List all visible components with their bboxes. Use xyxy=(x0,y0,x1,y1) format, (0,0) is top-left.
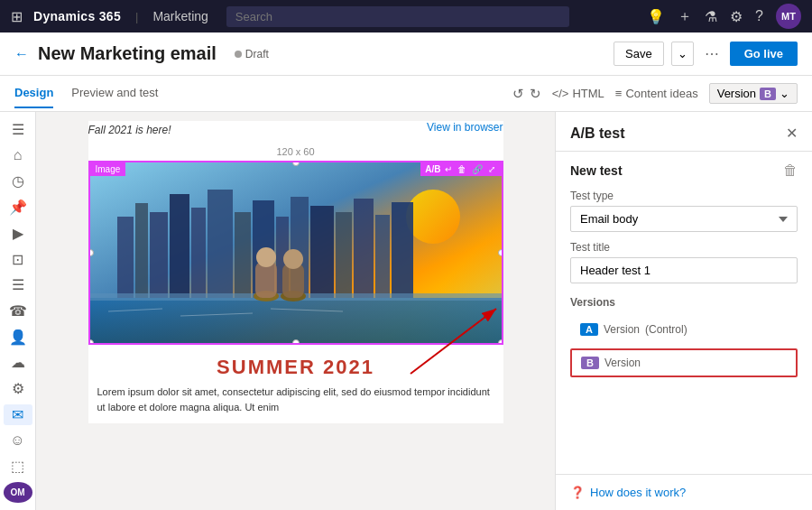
version-selector[interactable]: Version B ⌄ xyxy=(709,83,798,104)
status-dot xyxy=(235,51,242,58)
ab-text: A/B xyxy=(425,164,440,174)
save-label: Save xyxy=(625,47,652,60)
svg-rect-8 xyxy=(235,212,251,298)
resize-handle-bm[interactable] xyxy=(292,339,300,343)
lorem-text: Lorem ipsum dolor sit amet, consectetur … xyxy=(88,385,503,423)
how-does-it-work-link[interactable]: ❓ How does it work? xyxy=(570,486,798,499)
svg-rect-6 xyxy=(191,208,206,298)
image-size-label: 120 x 60 xyxy=(88,146,503,157)
svg-rect-12 xyxy=(310,206,334,298)
panel-close-button[interactable]: ✕ xyxy=(786,125,798,142)
ab-test-panel: A/B test ✕ New test 🗑 Test type Email bo… xyxy=(555,112,812,510)
sidebar-icon-home[interactable]: ⌂ xyxy=(4,145,32,166)
sidebar-icon-pin[interactable]: 📌 xyxy=(4,197,32,218)
svg-rect-16 xyxy=(392,202,413,298)
resize-handle-br[interactable] xyxy=(498,339,502,343)
summer-title: SUMMER 2021 xyxy=(88,356,503,379)
svg-rect-17 xyxy=(90,298,502,343)
email-canvas: Fall 2021 is here! View in browser 120 x… xyxy=(88,121,503,423)
versions-label: Versions xyxy=(570,296,798,309)
version-label: Version xyxy=(717,87,756,100)
sidebar-icon-play[interactable]: ▶ xyxy=(4,223,32,244)
svg-rect-13 xyxy=(336,212,352,298)
canvas-area: Fall 2021 is here! View in browser 120 x… xyxy=(36,112,555,510)
html-icon: </> xyxy=(552,87,569,100)
sidebar-icon-grid[interactable]: ⊡ xyxy=(4,249,32,270)
undo-icon[interactable]: ↺ xyxy=(512,86,524,102)
ab-enter-icon[interactable]: ↵ xyxy=(443,164,454,174)
module-name: Marketing xyxy=(152,9,208,23)
html-button[interactable]: </> HTML xyxy=(552,87,604,100)
svg-rect-2 xyxy=(117,217,134,298)
sidebar-icon-menu[interactable]: ☰ xyxy=(4,119,32,140)
lightbulb-icon[interactable]: 💡 xyxy=(647,8,665,25)
content-ideas-button[interactable]: ≡ Content ideas xyxy=(615,87,698,100)
question-icon: ❓ xyxy=(570,486,585,499)
svg-rect-3 xyxy=(135,203,148,298)
left-sidebar: ☰ ⌂ ◷ 📌 ▶ ⊡ ☰ ☎ 👤 ☁ ⚙ ✉ ☺ ⬚ OM xyxy=(0,112,36,510)
brand-name: Dynamics 365 xyxy=(33,9,121,23)
version-b-badge: B xyxy=(760,88,776,100)
svg-rect-4 xyxy=(150,212,168,298)
how-label: How does it work? xyxy=(590,486,686,499)
email-image xyxy=(90,162,502,343)
sidebar-icon-phone[interactable]: ☎ xyxy=(4,301,32,321)
resize-handle-bl[interactable] xyxy=(90,339,94,343)
image-label: Image xyxy=(90,162,126,176)
main-area: ☰ ⌂ ◷ 📌 ▶ ⊡ ☰ ☎ 👤 ☁ ⚙ ✉ ☺ ⬚ OM Fall 2021… xyxy=(0,112,812,510)
svg-point-1 xyxy=(406,190,460,244)
more-options-button[interactable]: ⋯ xyxy=(701,42,723,66)
section-label: New test xyxy=(570,163,623,178)
plus-icon[interactable]: ＋ xyxy=(678,7,692,26)
golive-button[interactable]: Go live xyxy=(730,42,798,66)
grid-icon[interactable]: ⊞ xyxy=(11,8,23,25)
test-title-field: Test title xyxy=(570,241,798,283)
view-in-browser-link[interactable]: View in browser xyxy=(427,121,503,134)
svg-rect-7 xyxy=(208,190,233,298)
sidebar-icon-settings[interactable]: ⚙ xyxy=(4,378,32,399)
save-button[interactable]: Save xyxy=(614,42,664,66)
sidebar-icon-cloud[interactable]: ☁ xyxy=(4,353,32,374)
ab-link-icon[interactable]: 🔗 xyxy=(470,164,484,174)
help-icon[interactable]: ? xyxy=(755,8,763,24)
sidebar-icon-square[interactable]: ⬚ xyxy=(4,457,32,478)
tab-preview[interactable]: Preview and test xyxy=(71,79,158,108)
image-block[interactable]: Image A/B ↵ 🗑 🔗 ⤢ xyxy=(88,161,503,345)
sidebar-icon-list[interactable]: ☰ xyxy=(4,274,32,295)
version-b-tag: B xyxy=(581,357,599,369)
panel-body: New test 🗑 Test type Email body Subject … xyxy=(556,152,812,474)
delete-icon[interactable]: 🗑 xyxy=(783,162,798,179)
sidebar-icon-person[interactable]: 👤 xyxy=(4,327,32,348)
test-type-select[interactable]: Email body Subject line From name xyxy=(570,206,798,232)
test-title-input[interactable] xyxy=(570,257,798,283)
sidebar-icon-smiley[interactable]: ☺ xyxy=(4,431,32,451)
version-b-row[interactable]: B Version xyxy=(570,348,798,377)
preview-header-bar: Fall 2021 is here! View in browser xyxy=(88,121,503,139)
top-nav-icons: 💡 ＋ ⚗ ⚙ ? MT xyxy=(647,4,801,29)
avatar[interactable]: MT xyxy=(776,4,801,29)
settings-icon[interactable]: ⚙ xyxy=(730,8,743,25)
ab-delete-icon[interactable]: 🗑 xyxy=(456,164,468,174)
version-b-label: Version xyxy=(604,357,641,369)
toolbar-right: Save ⌄ ⋯ Go live xyxy=(614,42,798,66)
sidebar-icon-clock[interactable]: ◷ xyxy=(4,171,32,191)
ab-expand-icon[interactable]: ⤢ xyxy=(486,164,497,174)
top-navigation: ⊞ Dynamics 365 | Marketing 💡 ＋ ⚗ ⚙ ? MT xyxy=(0,0,812,32)
test-type-field: Test type Email body Subject line From n… xyxy=(570,190,798,232)
filter-icon[interactable]: ⚗ xyxy=(705,8,717,25)
version-a-label: Version xyxy=(604,323,640,336)
redo-icon[interactable]: ↻ xyxy=(530,86,541,102)
back-button[interactable]: ← xyxy=(14,46,29,62)
svg-rect-5 xyxy=(170,194,189,298)
tab-actions: ↺ ↻ </> HTML ≡ Content ideas Version B ⌄ xyxy=(512,83,798,104)
nav-divider: | xyxy=(135,10,138,23)
resize-handle-mr[interactable] xyxy=(498,249,502,256)
search-input[interactable] xyxy=(226,6,569,27)
save-chevron-button[interactable]: ⌄ xyxy=(671,42,694,66)
control-label: (Control) xyxy=(645,323,687,336)
tab-design[interactable]: Design xyxy=(14,79,53,108)
sidebar-icon-user[interactable]: OM xyxy=(4,482,32,503)
sidebar-icon-email[interactable]: ✉ xyxy=(4,404,32,425)
version-a-row[interactable]: A Version (Control) xyxy=(570,316,798,343)
status-label: Draft xyxy=(245,48,269,60)
